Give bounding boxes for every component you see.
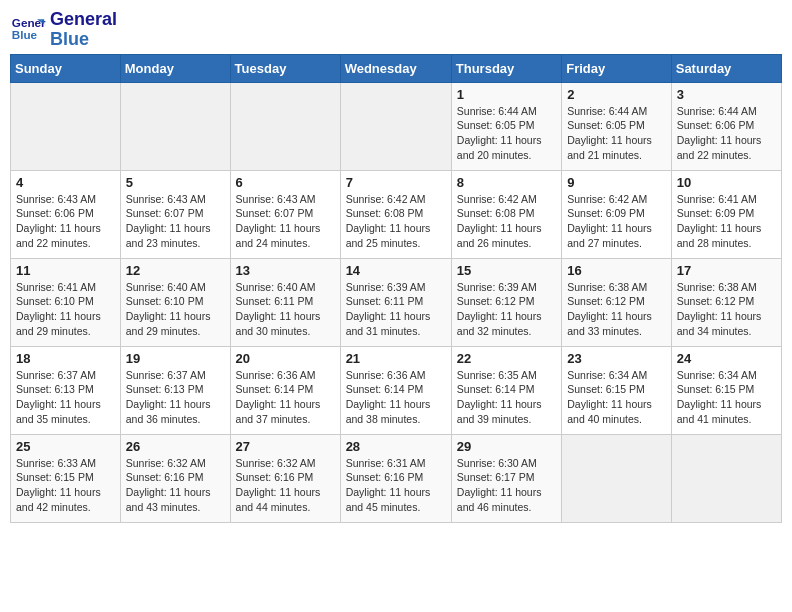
day-info: Sunrise: 6:34 AMSunset: 6:15 PMDaylight:… bbox=[567, 368, 666, 427]
day-number: 16 bbox=[567, 263, 666, 278]
day-info: Sunrise: 6:38 AMSunset: 6:12 PMDaylight:… bbox=[677, 280, 776, 339]
day-number: 19 bbox=[126, 351, 225, 366]
day-number: 23 bbox=[567, 351, 666, 366]
day-number: 2 bbox=[567, 87, 666, 102]
calendar-header: SundayMondayTuesdayWednesdayThursdayFrid… bbox=[11, 54, 782, 82]
day-info: Sunrise: 6:39 AMSunset: 6:12 PMDaylight:… bbox=[457, 280, 556, 339]
calendar-cell bbox=[11, 82, 121, 170]
calendar-cell: 7Sunrise: 6:42 AMSunset: 6:08 PMDaylight… bbox=[340, 170, 451, 258]
day-info: Sunrise: 6:35 AMSunset: 6:14 PMDaylight:… bbox=[457, 368, 556, 427]
day-info: Sunrise: 6:33 AMSunset: 6:15 PMDaylight:… bbox=[16, 456, 115, 515]
day-number: 21 bbox=[346, 351, 446, 366]
calendar-cell: 12Sunrise: 6:40 AMSunset: 6:10 PMDayligh… bbox=[120, 258, 230, 346]
svg-text:Blue: Blue bbox=[12, 28, 38, 41]
day-number: 3 bbox=[677, 87, 776, 102]
day-info: Sunrise: 6:32 AMSunset: 6:16 PMDaylight:… bbox=[126, 456, 225, 515]
calendar-cell: 25Sunrise: 6:33 AMSunset: 6:15 PMDayligh… bbox=[11, 434, 121, 522]
day-number: 17 bbox=[677, 263, 776, 278]
calendar-cell: 8Sunrise: 6:42 AMSunset: 6:08 PMDaylight… bbox=[451, 170, 561, 258]
day-info: Sunrise: 6:41 AMSunset: 6:09 PMDaylight:… bbox=[677, 192, 776, 251]
day-info: Sunrise: 6:42 AMSunset: 6:09 PMDaylight:… bbox=[567, 192, 666, 251]
day-info: Sunrise: 6:40 AMSunset: 6:10 PMDaylight:… bbox=[126, 280, 225, 339]
day-info: Sunrise: 6:39 AMSunset: 6:11 PMDaylight:… bbox=[346, 280, 446, 339]
calendar-cell: 24Sunrise: 6:34 AMSunset: 6:15 PMDayligh… bbox=[671, 346, 781, 434]
calendar-week-0: 1Sunrise: 6:44 AMSunset: 6:05 PMDaylight… bbox=[11, 82, 782, 170]
weekday-header-saturday: Saturday bbox=[671, 54, 781, 82]
calendar-cell: 20Sunrise: 6:36 AMSunset: 6:14 PMDayligh… bbox=[230, 346, 340, 434]
day-number: 28 bbox=[346, 439, 446, 454]
calendar-cell bbox=[120, 82, 230, 170]
day-info: Sunrise: 6:43 AMSunset: 6:07 PMDaylight:… bbox=[236, 192, 335, 251]
calendar-cell: 11Sunrise: 6:41 AMSunset: 6:10 PMDayligh… bbox=[11, 258, 121, 346]
day-number: 20 bbox=[236, 351, 335, 366]
calendar-cell: 1Sunrise: 6:44 AMSunset: 6:05 PMDaylight… bbox=[451, 82, 561, 170]
logo-icon: General Blue bbox=[10, 12, 46, 48]
day-info: Sunrise: 6:32 AMSunset: 6:16 PMDaylight:… bbox=[236, 456, 335, 515]
day-number: 9 bbox=[567, 175, 666, 190]
calendar-cell: 18Sunrise: 6:37 AMSunset: 6:13 PMDayligh… bbox=[11, 346, 121, 434]
day-info: Sunrise: 6:34 AMSunset: 6:15 PMDaylight:… bbox=[677, 368, 776, 427]
calendar-cell bbox=[671, 434, 781, 522]
page-header: General Blue General Blue bbox=[10, 10, 782, 50]
calendar-cell: 29Sunrise: 6:30 AMSunset: 6:17 PMDayligh… bbox=[451, 434, 561, 522]
weekday-header-monday: Monday bbox=[120, 54, 230, 82]
day-info: Sunrise: 6:36 AMSunset: 6:14 PMDaylight:… bbox=[346, 368, 446, 427]
day-number: 10 bbox=[677, 175, 776, 190]
calendar-week-3: 18Sunrise: 6:37 AMSunset: 6:13 PMDayligh… bbox=[11, 346, 782, 434]
day-info: Sunrise: 6:36 AMSunset: 6:14 PMDaylight:… bbox=[236, 368, 335, 427]
calendar-cell: 6Sunrise: 6:43 AMSunset: 6:07 PMDaylight… bbox=[230, 170, 340, 258]
calendar-cell: 9Sunrise: 6:42 AMSunset: 6:09 PMDaylight… bbox=[562, 170, 672, 258]
day-info: Sunrise: 6:43 AMSunset: 6:07 PMDaylight:… bbox=[126, 192, 225, 251]
day-info: Sunrise: 6:44 AMSunset: 6:05 PMDaylight:… bbox=[457, 104, 556, 163]
calendar-cell: 19Sunrise: 6:37 AMSunset: 6:13 PMDayligh… bbox=[120, 346, 230, 434]
calendar-cell: 14Sunrise: 6:39 AMSunset: 6:11 PMDayligh… bbox=[340, 258, 451, 346]
day-number: 4 bbox=[16, 175, 115, 190]
calendar-cell: 23Sunrise: 6:34 AMSunset: 6:15 PMDayligh… bbox=[562, 346, 672, 434]
day-info: Sunrise: 6:42 AMSunset: 6:08 PMDaylight:… bbox=[457, 192, 556, 251]
day-number: 29 bbox=[457, 439, 556, 454]
day-number: 25 bbox=[16, 439, 115, 454]
calendar-cell: 28Sunrise: 6:31 AMSunset: 6:16 PMDayligh… bbox=[340, 434, 451, 522]
weekday-header-friday: Friday bbox=[562, 54, 672, 82]
day-number: 1 bbox=[457, 87, 556, 102]
calendar-cell: 5Sunrise: 6:43 AMSunset: 6:07 PMDaylight… bbox=[120, 170, 230, 258]
day-number: 27 bbox=[236, 439, 335, 454]
calendar-cell: 10Sunrise: 6:41 AMSunset: 6:09 PMDayligh… bbox=[671, 170, 781, 258]
weekday-header-thursday: Thursday bbox=[451, 54, 561, 82]
calendar-cell: 13Sunrise: 6:40 AMSunset: 6:11 PMDayligh… bbox=[230, 258, 340, 346]
calendar-cell: 2Sunrise: 6:44 AMSunset: 6:05 PMDaylight… bbox=[562, 82, 672, 170]
weekday-header-tuesday: Tuesday bbox=[230, 54, 340, 82]
calendar-cell: 17Sunrise: 6:38 AMSunset: 6:12 PMDayligh… bbox=[671, 258, 781, 346]
day-number: 11 bbox=[16, 263, 115, 278]
day-info: Sunrise: 6:42 AMSunset: 6:08 PMDaylight:… bbox=[346, 192, 446, 251]
day-info: Sunrise: 6:30 AMSunset: 6:17 PMDaylight:… bbox=[457, 456, 556, 515]
weekday-header-wednesday: Wednesday bbox=[340, 54, 451, 82]
day-number: 24 bbox=[677, 351, 776, 366]
calendar-table: SundayMondayTuesdayWednesdayThursdayFrid… bbox=[10, 54, 782, 523]
day-number: 7 bbox=[346, 175, 446, 190]
day-number: 22 bbox=[457, 351, 556, 366]
weekday-header-sunday: Sunday bbox=[11, 54, 121, 82]
day-number: 8 bbox=[457, 175, 556, 190]
day-number: 6 bbox=[236, 175, 335, 190]
calendar-week-4: 25Sunrise: 6:33 AMSunset: 6:15 PMDayligh… bbox=[11, 434, 782, 522]
calendar-cell bbox=[340, 82, 451, 170]
calendar-cell: 26Sunrise: 6:32 AMSunset: 6:16 PMDayligh… bbox=[120, 434, 230, 522]
calendar-cell: 27Sunrise: 6:32 AMSunset: 6:16 PMDayligh… bbox=[230, 434, 340, 522]
day-info: Sunrise: 6:31 AMSunset: 6:16 PMDaylight:… bbox=[346, 456, 446, 515]
calendar-cell: 3Sunrise: 6:44 AMSunset: 6:06 PMDaylight… bbox=[671, 82, 781, 170]
calendar-cell: 4Sunrise: 6:43 AMSunset: 6:06 PMDaylight… bbox=[11, 170, 121, 258]
day-info: Sunrise: 6:37 AMSunset: 6:13 PMDaylight:… bbox=[16, 368, 115, 427]
day-info: Sunrise: 6:40 AMSunset: 6:11 PMDaylight:… bbox=[236, 280, 335, 339]
calendar-week-1: 4Sunrise: 6:43 AMSunset: 6:06 PMDaylight… bbox=[11, 170, 782, 258]
day-info: Sunrise: 6:41 AMSunset: 6:10 PMDaylight:… bbox=[16, 280, 115, 339]
logo: General Blue General Blue bbox=[10, 10, 117, 50]
day-info: Sunrise: 6:43 AMSunset: 6:06 PMDaylight:… bbox=[16, 192, 115, 251]
calendar-cell: 15Sunrise: 6:39 AMSunset: 6:12 PMDayligh… bbox=[451, 258, 561, 346]
day-info: Sunrise: 6:38 AMSunset: 6:12 PMDaylight:… bbox=[567, 280, 666, 339]
day-info: Sunrise: 6:44 AMSunset: 6:06 PMDaylight:… bbox=[677, 104, 776, 163]
day-number: 12 bbox=[126, 263, 225, 278]
calendar-cell: 21Sunrise: 6:36 AMSunset: 6:14 PMDayligh… bbox=[340, 346, 451, 434]
day-number: 26 bbox=[126, 439, 225, 454]
day-info: Sunrise: 6:37 AMSunset: 6:13 PMDaylight:… bbox=[126, 368, 225, 427]
